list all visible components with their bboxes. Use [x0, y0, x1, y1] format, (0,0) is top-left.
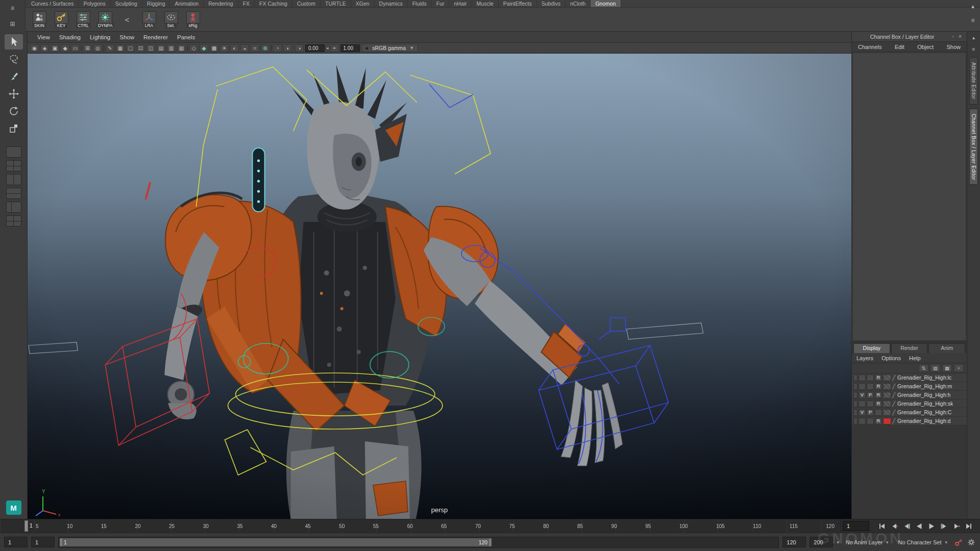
play-forwards-button[interactable] [926, 521, 937, 531]
layer-current-indicator[interactable] [853, 383, 857, 390]
safe-title-icon[interactable]: ▧ [177, 44, 186, 52]
oversampling-icon[interactable]: ◎ [93, 44, 102, 52]
range-options-chevron-icon[interactable]: ▾ [837, 540, 839, 545]
pin-panel-icon[interactable]: ▫ [949, 34, 957, 39]
shelf-tab[interactable]: TURTLE [321, 0, 351, 7]
shelf-button-ctrl[interactable]: CTRL [74, 11, 93, 28]
shelf-button-key[interactable]: KEY [52, 11, 71, 28]
playback-end-field[interactable]: 120 [782, 537, 806, 547]
layer-playback-toggle[interactable]: P [867, 392, 874, 398]
ambient-occlusion-icon[interactable]: ◒ [240, 44, 249, 52]
animation-start-field[interactable]: 1 [4, 537, 28, 547]
shelf-menu-icon[interactable]: ≡ [8, 4, 18, 12]
use-all-lights-icon[interactable]: ☀ [220, 44, 229, 52]
gamma-icon[interactable]: ◓ [330, 44, 339, 52]
xray-icon[interactable]: ◖ [283, 44, 292, 52]
layer-name[interactable]: Grenadier_Rig_High:d [897, 418, 950, 424]
panel-menu-item[interactable]: Renderer [139, 34, 173, 40]
animation-end-field[interactable]: 200 [810, 537, 833, 547]
current-frame-marker[interactable] [24, 520, 28, 532]
shadows-icon[interactable]: ◐ [230, 44, 239, 52]
channel-list-empty[interactable] [852, 53, 966, 341]
layer-current-indicator[interactable] [853, 409, 857, 416]
layer-name[interactable]: Grenadier_Rig_High:m [897, 383, 952, 389]
shelf-tab[interactable]: Subdivs [537, 0, 566, 7]
perspective-viewport[interactable]: Y x persp [28, 54, 851, 519]
select-tool[interactable] [5, 34, 23, 49]
close-panel-icon[interactable]: × [957, 34, 964, 39]
layer-editor-tab[interactable]: Anim [928, 343, 965, 353]
layout-four-pane-button[interactable] [6, 160, 21, 171]
shelf-tab[interactable]: Fluids [408, 0, 432, 7]
layout-two-pane-side-button[interactable] [6, 174, 21, 185]
paint-select-tool[interactable] [5, 69, 23, 84]
workspace-icon[interactable]: ≡ [968, 16, 978, 24]
shelf-tab[interactable]: FX Caching [255, 0, 292, 7]
layer-row[interactable]: V P ╱ Grenadier_Rig_High:C [852, 408, 967, 417]
grease-pencil-icon[interactable]: ✎ [106, 44, 114, 52]
shelf-tab[interactable]: XGen [351, 0, 375, 7]
layer-playback-toggle[interactable] [867, 374, 874, 381]
separator[interactable] [104, 45, 104, 52]
resolution-gate-icon[interactable]: ⊡ [136, 44, 145, 52]
image-plane-icon[interactable]: ▭ [71, 44, 80, 52]
layer-color-swatch[interactable] [883, 400, 891, 407]
panel-menu-item[interactable]: View [33, 34, 55, 40]
new-empty-layer-icon[interactable]: ▤ [930, 364, 940, 372]
shelf-button-srig[interactable]: sRig [183, 11, 203, 28]
panel-menu-icon[interactable]: ≡ [969, 45, 978, 53]
wireframe-icon[interactable]: ◇ [189, 44, 198, 52]
layer-color-swatch[interactable] [883, 418, 891, 424]
layer-display-type-toggle[interactable]: R [875, 400, 882, 407]
range-slider-handle[interactable]: 1 120 [60, 538, 492, 546]
layer-editor-menu-item[interactable]: Layers [856, 355, 873, 361]
layer-color-swatch[interactable] [883, 374, 891, 381]
layer-row[interactable]: R ╱ Grenadier_Rig_High:d [852, 417, 967, 425]
channel-box-menu-item[interactable]: Show [946, 44, 961, 50]
layer-name[interactable]: Grenadier_Rig_High:h [897, 392, 950, 398]
lasso-select-tool[interactable] [5, 52, 23, 67]
sidebar-tab[interactable]: Attribute Editor [969, 57, 978, 105]
layer-name[interactable]: Grenadier_Rig_High:sk [897, 400, 953, 407]
shelf-button-skin[interactable]: SKIN [30, 11, 49, 28]
film-gate-icon[interactable]: ▢ [126, 44, 135, 52]
playback-start-field[interactable]: 1 [31, 537, 55, 547]
panel-menu-item[interactable]: Panels [173, 34, 200, 40]
layer-row[interactable]: R ╱ Grenadier_Rig_High:sk [852, 399, 967, 408]
two-d-pan-zoom-icon[interactable]: ⊞ [83, 44, 92, 52]
shelf-tab[interactable]: Muscle [472, 0, 499, 7]
layer-editor-tab[interactable]: Render [891, 343, 928, 353]
layer-playback-toggle[interactable]: P [867, 409, 874, 416]
layer-playback-toggle[interactable] [867, 400, 874, 407]
sidebar-tab[interactable]: Channel Box / Layer Editor [969, 109, 978, 185]
layer-editor-menu-item[interactable]: Options [881, 355, 901, 361]
current-time-field[interactable]: 1 [843, 521, 869, 531]
exposure-stepper-icon[interactable]: ◂ [326, 45, 329, 51]
layer-current-indicator[interactable] [853, 400, 857, 407]
collapse-ui-icon[interactable]: ▴ [968, 2, 978, 10]
shelf-options-icon[interactable]: ⊞ [8, 20, 18, 28]
layer-options-icon[interactable]: + [954, 364, 964, 372]
smooth-shade-icon[interactable]: ◆ [200, 44, 208, 52]
view-transform-dropdown[interactable]: ● sRGB gamma ▼ [361, 44, 419, 52]
camera-select-icon[interactable]: ◉ [30, 44, 39, 52]
shelf-button-lra[interactable]: LRA [139, 11, 159, 28]
layer-visibility-toggle[interactable] [859, 383, 866, 390]
shelf-tab[interactable]: Rigging [142, 0, 170, 7]
rotate-tool[interactable] [5, 104, 23, 119]
safe-action-icon[interactable]: ▥ [167, 44, 176, 52]
channel-box-menu-item[interactable]: Edit [895, 44, 904, 50]
camera-lock-icon[interactable]: ◈ [40, 44, 49, 52]
separator[interactable] [187, 45, 188, 52]
layer-color-swatch[interactable] [883, 392, 891, 398]
raise-panel-icon[interactable]: ▴ [969, 34, 978, 41]
layer-display-type-toggle[interactable]: R [875, 374, 882, 381]
exposure-field[interactable]: 0.00 [305, 44, 325, 52]
range-slider[interactable]: 1 120 [58, 537, 779, 548]
character-set-dropdown[interactable]: No Character Set ▾ [895, 537, 950, 548]
layer-current-indicator[interactable] [853, 374, 857, 381]
go-to-end-button[interactable] [964, 521, 975, 531]
layer-name[interactable]: Grenadier_Rig_High:C [897, 409, 951, 415]
camera-attributes-icon[interactable]: ▣ [51, 44, 59, 52]
shelf-tab[interactable]: Custom [292, 0, 321, 7]
